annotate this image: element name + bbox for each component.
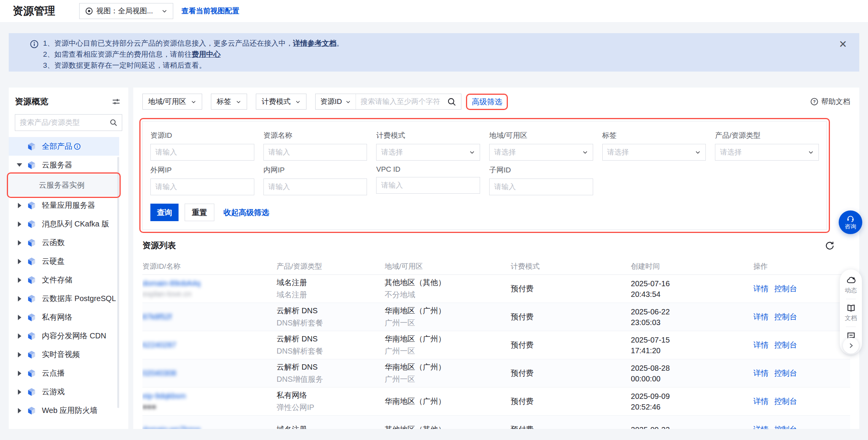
detail-link[interactable]: 详情	[753, 396, 769, 407]
field-label: VPC ID	[376, 165, 480, 174]
detail-link[interactable]: 详情	[753, 312, 769, 322]
tree-arrow-icon[interactable]	[17, 315, 22, 320]
help-doc-label: 帮助文档	[821, 97, 850, 107]
tree-arrow-icon[interactable]	[17, 408, 22, 413]
filter-dropdowns: 地域/可用区 标签 计费模式	[142, 94, 315, 110]
tree-arrow-icon[interactable]	[17, 222, 22, 227]
tree-arrow-icon[interactable]	[17, 163, 22, 167]
sidebar-item-label: 消息队列 CKafka 版	[42, 219, 109, 229]
sidebar-item[interactable]: 全部产品	[9, 137, 119, 156]
chevron-down-icon	[695, 149, 701, 155]
field-input[interactable]	[263, 144, 367, 161]
close-icon[interactable]: ✕	[839, 39, 847, 49]
field-input[interactable]	[150, 179, 254, 195]
field-input[interactable]	[376, 177, 480, 194]
tree-arrow-icon[interactable]	[17, 389, 22, 395]
sidebar-item[interactable]: 云硬盘	[9, 252, 128, 271]
banner-link[interactable]: 详情参考文档	[293, 39, 337, 47]
resource-search-input[interactable]	[356, 97, 445, 106]
sidebar-item[interactable]: Web 应用防火墙	[9, 401, 128, 420]
collapse-advanced-link[interactable]: 收起高级筛选	[223, 207, 269, 218]
resource-id-link[interactable]: 87k8f52f	[142, 312, 271, 321]
sidebar-item[interactable]: 轻量应用服务器	[9, 196, 128, 215]
tree-arrow-icon[interactable]	[17, 371, 22, 376]
reset-button[interactable]: 重置	[185, 204, 214, 221]
field-select[interactable]: 请选择	[715, 144, 819, 161]
field-input[interactable]	[263, 179, 367, 195]
console-link[interactable]: 控制台	[774, 424, 797, 429]
product-icon	[27, 201, 37, 210]
resource-subtype: 弹性公网IP	[277, 402, 379, 413]
sidebar-item-label: 私有网络	[42, 312, 72, 322]
advanced-filter-link[interactable]: 高级筛选	[472, 97, 502, 107]
detail-link[interactable]: 详情	[753, 284, 769, 294]
detail-link[interactable]: 详情	[753, 340, 769, 350]
tree-arrow-icon[interactable]	[17, 296, 22, 301]
page-title: 资源管理	[13, 4, 55, 18]
consult-button[interactable]: 咨询	[839, 210, 862, 234]
sidebar-item[interactable]: 云数据库 PostgreSQL	[9, 289, 128, 308]
sidebar-item-label: 文件存储	[42, 275, 72, 285]
console-link[interactable]: 控制台	[774, 368, 797, 378]
tree-arrow-icon[interactable]	[17, 333, 22, 339]
field-select[interactable]: 请选择	[376, 144, 480, 161]
sidebar-item-label: 云硬盘	[42, 256, 65, 266]
collapse-toolbar-button[interactable]	[843, 338, 859, 354]
filter-dropdown-button[interactable]: 标签	[211, 94, 247, 110]
collapse-panel-icon[interactable]	[112, 97, 121, 106]
sidebar-child-item[interactable]: 云服务器实例	[9, 174, 119, 196]
query-button[interactable]: 查询	[150, 204, 179, 221]
sidebar-item[interactable]: 云点播	[9, 364, 128, 383]
resource-id-link[interactable]: 62240287	[142, 341, 271, 349]
tree-arrow-icon[interactable]	[17, 277, 22, 283]
resource-id-link[interactable]: domain-wn7bznq	[142, 425, 271, 429]
resource-id-link[interactable]: eip-9dqkbsm	[142, 392, 271, 400]
advanced-field: VPC ID	[376, 161, 480, 195]
sidebar-item[interactable]: 云函数	[9, 233, 128, 252]
console-link[interactable]: 控制台	[774, 284, 797, 294]
sidebar-item[interactable]: 实时音视频	[9, 345, 128, 364]
field-select[interactable]: 请选择	[602, 144, 706, 161]
product-icon	[27, 387, 37, 397]
region: 其他地区（其他）	[385, 424, 504, 429]
field-input[interactable]	[150, 144, 254, 161]
docs-button[interactable]: 文档	[845, 303, 857, 322]
sidebar-item[interactable]: 云服务器	[9, 156, 128, 174]
search-field-selector[interactable]: 资源ID	[316, 97, 356, 107]
sidebar-item[interactable]: 私有网络	[9, 308, 128, 327]
filter-dropdown-button[interactable]: 计费模式	[256, 94, 306, 110]
tree-arrow-icon[interactable]	[17, 203, 22, 208]
tree-arrow-icon[interactable]	[17, 352, 22, 357]
field-input[interactable]	[489, 179, 593, 195]
console-link[interactable]: 控制台	[774, 340, 797, 350]
console-link[interactable]: 控制台	[774, 312, 797, 322]
help-doc-link[interactable]: ? 帮助文档	[810, 97, 850, 107]
resource-id-link[interactable]: domain-89obA4q	[142, 279, 271, 288]
tree-arrow-icon[interactable]	[17, 240, 22, 246]
view-config-link[interactable]: 查看当前视图配置	[182, 6, 239, 16]
tree-arrow-icon[interactable]	[17, 259, 22, 264]
field-select[interactable]: 请选择	[489, 144, 593, 161]
detail-link[interactable]: 详情	[753, 368, 769, 378]
banner-link[interactable]: 费用中心	[192, 50, 221, 58]
sidebar-item[interactable]: 消息队列 CKafka 版	[9, 215, 128, 233]
view-selector-dropdown[interactable]: 视图：全局视图...	[79, 3, 173, 19]
sidebar-item[interactable]: 内容分发网络 CDN	[9, 327, 128, 345]
detail-link[interactable]: 详情	[753, 424, 769, 429]
sidebar-item-label: 云数据库 PostgreSQL	[42, 293, 116, 304]
refresh-icon[interactable]	[825, 241, 835, 251]
chevron-right-icon	[847, 342, 854, 349]
search-icon[interactable]	[445, 97, 461, 107]
news-button[interactable]: 动态	[845, 276, 857, 295]
banner-text: 2、如需查看相应资源产生的费用信息，请前往	[43, 50, 192, 58]
filter-dropdown-button[interactable]: 地域/可用区	[142, 94, 202, 110]
sidebar-item[interactable]: 文件存储	[9, 271, 128, 289]
sidebar: 资源概览 全部产品	[9, 88, 128, 429]
sidebar-scrollbar[interactable]	[117, 157, 119, 408]
resource-id-link[interactable]: 02040308	[142, 369, 271, 378]
sidebar-item[interactable]: 云游戏	[9, 383, 128, 401]
sidebar-title: 资源概览	[15, 96, 48, 107]
sidebar-search-input[interactable]	[15, 114, 122, 131]
region: 华南地区（广州）	[385, 334, 504, 344]
console-link[interactable]: 控制台	[774, 396, 797, 407]
